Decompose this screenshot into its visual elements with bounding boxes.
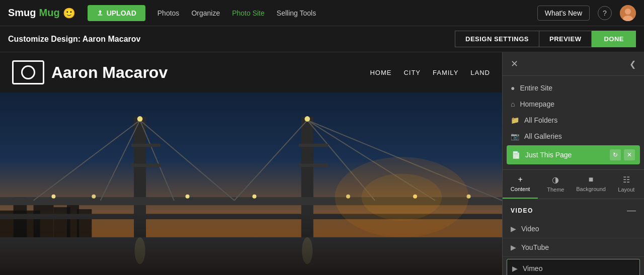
- nav-right: What's New ?: [537, 5, 636, 21]
- svg-point-28: [253, 195, 257, 199]
- upload-label: UPLOAD: [107, 9, 136, 17]
- svg-point-1: [625, 9, 631, 15]
- section-header-video: VIDEO —: [503, 199, 644, 220]
- tab-layout[interactable]: ☷ Layout: [609, 170, 644, 199]
- design-settings-button[interactable]: DESIGN SETTINGS: [455, 31, 539, 47]
- site-nav: HOME CITY FAMILY LAND: [370, 69, 490, 76]
- camera-icon: [12, 60, 44, 84]
- video-icon: ▶: [511, 225, 516, 233]
- help-button[interactable]: ?: [598, 6, 612, 20]
- content-icon: +: [518, 175, 522, 184]
- svg-point-39: [362, 174, 442, 221]
- tab-content[interactable]: + Content: [503, 170, 538, 199]
- home-icon: ⌂: [511, 100, 515, 108]
- site-nav-land[interactable]: LAND: [470, 69, 490, 76]
- whats-new-button[interactable]: What's New: [537, 6, 590, 21]
- panel-header: ✕ ❮: [503, 52, 644, 76]
- svg-point-26: [92, 195, 96, 199]
- bridge-scene: [0, 93, 502, 275]
- folder-icon: 📁: [511, 116, 519, 124]
- user-avatar[interactable]: [620, 5, 636, 21]
- page-title: Customize Design: Aaron Macarov: [8, 35, 140, 44]
- sub-nav: Customize Design: Aaron Macarov DESIGN S…: [0, 26, 644, 52]
- scope-all-galleries[interactable]: 📷 All Galleries: [503, 128, 644, 144]
- svg-point-23: [137, 116, 143, 122]
- panel-item-vimeo[interactable]: ▶ Vimeo: [507, 259, 640, 275]
- tab-background[interactable]: ■ Background: [574, 170, 609, 199]
- scope-reset-button[interactable]: ↻: [610, 149, 621, 160]
- panel-item-video[interactable]: ▶ Video: [503, 220, 644, 238]
- svg-rect-14: [0, 214, 502, 219]
- panel-close-button[interactable]: ✕: [511, 58, 518, 69]
- background-icon: ■: [589, 175, 594, 184]
- layout-icon: ☷: [623, 175, 630, 185]
- scope-just-this-page[interactable]: 📄 Just This Page ↻ ✕: [507, 145, 640, 164]
- svg-point-33: [302, 237, 312, 264]
- svg-point-27: [186, 195, 190, 199]
- hero-image: [0, 93, 502, 275]
- site-logo: Aaron Macarov: [12, 60, 168, 84]
- panel-back-button[interactable]: ❮: [629, 59, 636, 69]
- svg-rect-11: [134, 117, 146, 237]
- youtube-icon: ▶: [511, 243, 516, 251]
- scope-entire-site[interactable]: ● Entire Site: [503, 80, 644, 96]
- svg-rect-36: [298, 144, 328, 147]
- site-preview: Aaron Macarov HOME CITY FAMILY LAND: [0, 52, 502, 275]
- svg-rect-37: [298, 164, 328, 167]
- globe-icon: ●: [511, 84, 515, 92]
- preview-button[interactable]: PREVIEW: [539, 31, 592, 47]
- section-title-video: VIDEO: [511, 207, 533, 214]
- logo[interactable]: SmugMug 🙂: [8, 7, 75, 19]
- nav-organize[interactable]: Organize: [191, 9, 220, 17]
- svg-rect-5: [0, 211, 40, 237]
- right-panel: ✕ ❮ ● Entire Site ⌂ Homepage 📁 All Folde…: [502, 52, 644, 275]
- done-button[interactable]: DONE: [592, 31, 636, 47]
- site-nav-family[interactable]: FAMILY: [433, 69, 458, 76]
- toolbar-tabs: + Content ◑ Theme ■ Background ☷ Layout: [503, 170, 644, 199]
- svg-rect-35: [131, 164, 161, 167]
- svg-rect-7: [34, 204, 54, 237]
- svg-point-24: [304, 116, 310, 122]
- scope-remove-button[interactable]: ✕: [624, 149, 635, 160]
- svg-rect-4: [0, 237, 502, 275]
- svg-point-32: [134, 237, 145, 264]
- scope-list: ● Entire Site ⌂ Homepage 📁 All Folders 📷…: [503, 76, 644, 170]
- nav-photos[interactable]: Photos: [157, 9, 180, 17]
- scope-actions: ↻ ✕: [610, 149, 635, 160]
- main-area: Aaron Macarov HOME CITY FAMILY LAND: [0, 52, 644, 275]
- svg-rect-8: [53, 207, 70, 237]
- collapse-icon[interactable]: —: [627, 205, 636, 216]
- top-nav: SmugMug 🙂 UPLOAD Photos Organize Photo S…: [0, 0, 644, 26]
- panel-item-youtube[interactable]: ▶ YouTube: [503, 238, 644, 257]
- nav-photo-site[interactable]: Photo Site: [232, 9, 265, 17]
- image-icon: 📷: [511, 132, 519, 140]
- scope-homepage[interactable]: ⌂ Homepage: [503, 96, 644, 112]
- theme-icon: ◑: [552, 175, 559, 185]
- bridge-svg: [0, 93, 502, 275]
- page-icon: 📄: [512, 151, 520, 159]
- nav-selling-tools[interactable]: Selling Tools: [277, 9, 316, 17]
- sub-nav-actions: DESIGN SETTINGS PREVIEW DONE: [455, 31, 636, 47]
- svg-rect-10: [77, 209, 92, 237]
- svg-rect-12: [301, 117, 313, 237]
- panel-content: VIDEO — ▶ Video ▶ YouTube ▶ Vimeo: [503, 199, 644, 275]
- site-header: Aaron Macarov HOME CITY FAMILY LAND: [0, 52, 502, 93]
- svg-point-25: [51, 195, 55, 199]
- top-nav-links: Photos Organize Photo Site Selling Tools: [157, 9, 316, 17]
- tab-theme[interactable]: ◑ Theme: [538, 170, 573, 199]
- site-nav-city[interactable]: CITY: [404, 69, 421, 76]
- svg-rect-9: [67, 201, 79, 237]
- upload-button[interactable]: UPLOAD: [88, 5, 145, 21]
- logo-text: Smug: [8, 7, 36, 19]
- scope-all-folders[interactable]: 📁 All Folders: [503, 112, 644, 128]
- vimeo-icon: ▶: [512, 264, 518, 272]
- site-title: Aaron Macarov: [51, 63, 168, 82]
- site-nav-home[interactable]: HOME: [370, 69, 391, 76]
- svg-rect-34: [131, 144, 161, 147]
